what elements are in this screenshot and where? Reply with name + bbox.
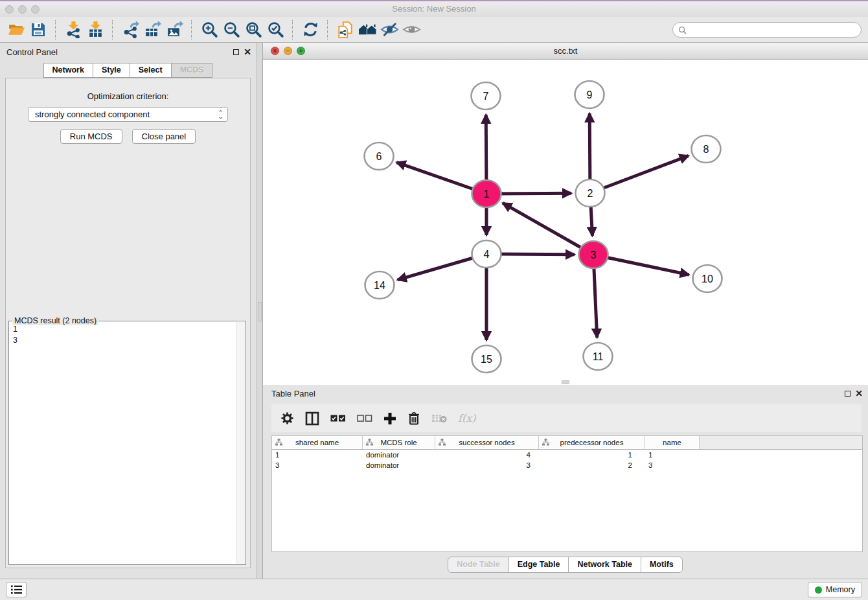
search-input[interactable] xyxy=(690,23,861,36)
refresh-button[interactable] xyxy=(299,19,321,40)
toolbar-separator xyxy=(55,20,56,40)
panel-splitter-grip[interactable] xyxy=(258,302,262,321)
open-folder-icon xyxy=(8,21,25,38)
import-network-button[interactable] xyxy=(62,19,84,40)
show-columns-button[interactable] xyxy=(305,409,319,428)
memory-button[interactable]: Memory xyxy=(808,582,862,597)
cell: 1 xyxy=(272,450,363,460)
graph-edge-2-8[interactable] xyxy=(590,156,689,193)
refresh-icon xyxy=(302,21,319,38)
graph-node-8[interactable]: 8 xyxy=(692,135,721,163)
toolbar-separator xyxy=(191,20,192,40)
close-table-panel-icon[interactable]: ✕ xyxy=(855,389,863,397)
table-row[interactable]: 3dominator323 xyxy=(272,460,862,470)
add-column-button[interactable] xyxy=(383,409,396,428)
graph-node-1[interactable]: 1 xyxy=(472,180,501,207)
export-table-icon xyxy=(144,21,161,38)
double-house-button[interactable] xyxy=(356,19,378,40)
graph-node-6[interactable]: 6 xyxy=(365,143,394,170)
zoom-fit-button[interactable] xyxy=(242,19,264,40)
header-filler xyxy=(700,436,862,449)
zoom-out-button[interactable] xyxy=(220,19,242,40)
tab-style[interactable]: Style xyxy=(93,63,130,78)
attribute-tree-icon xyxy=(439,439,446,446)
close-panel-icon[interactable]: ✕ xyxy=(244,48,251,56)
table-row[interactable]: 1dominator411 xyxy=(272,450,862,460)
node-label: 6 xyxy=(376,151,382,162)
cell: 2 xyxy=(539,460,645,470)
tab-motifs[interactable]: Motifs xyxy=(641,557,683,573)
mcds-result-list[interactable]: 13 xyxy=(13,324,235,346)
column-header-shared-name[interactable]: shared name xyxy=(272,436,363,449)
graph-node-9[interactable]: 9 xyxy=(575,81,604,108)
control-panel: Control Panel ✕ NetworkStyleSelectMCDS O… xyxy=(0,43,257,579)
memory-status-icon xyxy=(815,586,822,594)
table-tabs: Node TableEdge TableNetwork TableMotifs xyxy=(263,557,868,573)
network-window-titlebar[interactable]: × − + scc.txt xyxy=(263,43,868,60)
function-builder-button[interactable]: f(x) xyxy=(458,412,475,424)
open-folder-button[interactable] xyxy=(5,19,27,40)
eye-slash-icon xyxy=(380,20,399,39)
export-table-button[interactable] xyxy=(141,19,163,40)
mcds-result-item[interactable]: 3 xyxy=(13,335,235,346)
column-header-MCDS-role[interactable]: MCDS role xyxy=(363,436,435,449)
float-table-panel-icon[interactable] xyxy=(845,391,851,397)
graph-node-14[interactable]: 14 xyxy=(365,271,394,299)
node-label: 7 xyxy=(483,91,489,102)
attribute-tree-icon xyxy=(275,439,282,446)
export-image-button[interactable] xyxy=(163,19,185,40)
status-bar: Memory xyxy=(0,579,868,600)
column-header-name[interactable]: name xyxy=(645,436,700,449)
tab-node-table[interactable]: Node Table xyxy=(448,557,508,573)
import-table-button[interactable] xyxy=(84,19,106,40)
network-window-title: scc.txt xyxy=(263,43,868,59)
toolbar-separator xyxy=(327,20,328,40)
canvas-splitter-grip[interactable] xyxy=(562,380,569,384)
graph-node-3[interactable]: 3 xyxy=(579,241,608,268)
documents-share-button[interactable] xyxy=(334,19,356,40)
node-label: 15 xyxy=(481,354,492,365)
zoom-selected-button[interactable] xyxy=(264,19,286,40)
graph-node-11[interactable]: 11 xyxy=(584,343,613,370)
save-button[interactable] xyxy=(27,19,49,40)
search-box[interactable] xyxy=(672,22,862,38)
tab-select[interactable]: Select xyxy=(130,63,172,78)
float-panel-icon[interactable] xyxy=(233,49,239,55)
node-label: 14 xyxy=(374,280,385,291)
memory-label: Memory xyxy=(826,585,855,594)
tab-edge-table[interactable]: Edge Table xyxy=(508,557,569,573)
delete-column-button[interactable] xyxy=(407,409,420,428)
eye-icon xyxy=(402,20,421,39)
zoom-in-button[interactable] xyxy=(198,19,220,40)
mcds-result-item[interactable]: 1 xyxy=(13,324,235,335)
close-panel-button[interactable]: Close panel xyxy=(132,129,196,144)
table-settings-button[interactable] xyxy=(280,409,294,428)
graph-node-15[interactable]: 15 xyxy=(472,345,501,373)
criterion-select[interactable]: strongly connected component ⌃⌄ xyxy=(28,107,228,122)
graph-node-7[interactable]: 7 xyxy=(472,82,501,110)
eye-button[interactable] xyxy=(400,19,422,40)
task-history-button[interactable] xyxy=(6,582,27,597)
node-label: 3 xyxy=(591,249,597,260)
control-panel-tabs: NetworkStyleSelectMCDS xyxy=(0,63,257,78)
table-panel-title: Table Panel xyxy=(271,385,315,403)
tab-network[interactable]: Network xyxy=(43,63,93,78)
graph-edge-3-1[interactable] xyxy=(503,203,593,255)
tab-mcds[interactable]: MCDS xyxy=(171,63,213,78)
delete-table-button[interactable] xyxy=(431,409,447,428)
eye-slash-button[interactable] xyxy=(378,19,400,40)
export-network-button[interactable] xyxy=(119,19,141,40)
column-header-successor-nodes[interactable]: successor nodes xyxy=(435,436,539,449)
select-all-button[interactable] xyxy=(330,409,346,428)
deselect-all-button[interactable] xyxy=(357,409,372,428)
graph-node-4[interactable]: 4 xyxy=(472,240,501,268)
tab-network-table[interactable]: Network Table xyxy=(568,557,641,573)
column-header-predecessor-nodes[interactable]: predecessor nodes xyxy=(539,436,645,449)
export-image-icon xyxy=(166,21,183,38)
graph-node-2[interactable]: 2 xyxy=(576,179,605,207)
table-panel: Table Panel ✕ xyxy=(262,385,868,579)
graph-node-10[interactable]: 10 xyxy=(693,265,722,292)
run-mcds-button[interactable]: Run MCDS xyxy=(60,129,122,144)
network-canvas[interactable]: 1234678910111415 xyxy=(263,60,868,385)
result-scrollbar[interactable] xyxy=(236,322,245,564)
